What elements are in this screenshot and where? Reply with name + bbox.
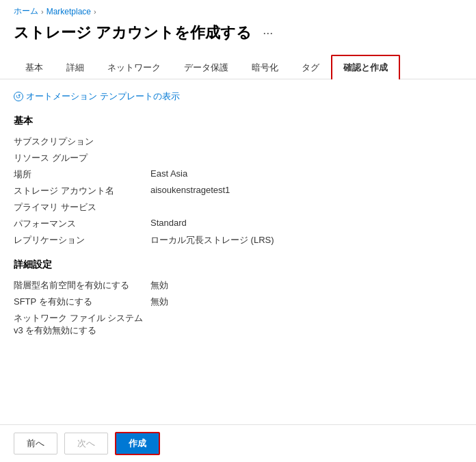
field-label-account-name: ストレージ アカウント名 <box>14 185 150 197</box>
field-label-sftp: SFTP を有効にする <box>14 296 150 308</box>
field-hierarchical-ns: 階層型名前空間を有効にする 無効 <box>14 279 462 292</box>
field-value-account-name: aisoukenstragetest1 <box>150 185 462 197</box>
field-nfs: ネットワーク ファイル システム v3 を有効無効にする <box>14 312 462 337</box>
field-label-resource-group: リソース グループ <box>14 152 150 164</box>
tabs-bar: 基本 詳細 ネットワーク データ保護 暗号化 タグ 確認と作成 <box>0 54 476 79</box>
field-value-resource-group <box>150 152 462 164</box>
field-label-replication: レプリケーション <box>14 234 150 246</box>
create-button[interactable]: 作成 <box>115 432 160 455</box>
breadcrumb-marketplace[interactable]: Marketplace <box>47 7 91 16</box>
breadcrumb: ホーム › Marketplace › <box>0 0 476 20</box>
field-label-nfs: ネットワーク ファイル システム v3 を有効無効にする <box>14 312 150 337</box>
field-value-sftp: 無効 <box>150 296 462 308</box>
page-title: ストレージ アカウントを作成する <box>14 23 252 43</box>
ellipsis-button[interactable]: ··· <box>259 25 277 42</box>
field-value-hierarchical-ns: 無効 <box>150 279 462 292</box>
advanced-section-title: 詳細設定 <box>14 259 462 271</box>
field-value-primary-service <box>150 201 462 214</box>
basics-section-title: 基本 <box>14 115 462 127</box>
field-resource-group: リソース グループ <box>14 152 462 164</box>
breadcrumb-sep1: › <box>41 8 44 16</box>
automation-label: オートメーション テンプレートの表示 <box>26 90 180 103</box>
field-label-location: 場所 <box>14 168 150 181</box>
field-account-name: ストレージ アカウント名 aisoukenstragetest1 <box>14 185 462 197</box>
tab-advanced[interactable]: 詳細 <box>55 55 96 79</box>
field-label-hierarchical-ns: 階層型名前空間を有効にする <box>14 279 150 292</box>
tab-data-protection[interactable]: データ保護 <box>172 55 240 79</box>
field-value-location: East Asia <box>150 168 462 181</box>
tab-networking[interactable]: ネットワーク <box>96 55 172 79</box>
prev-button[interactable]: 前へ <box>14 433 57 454</box>
field-location: 場所 East Asia <box>14 168 462 181</box>
field-performance: パフォーマンス Standard <box>14 218 462 230</box>
tab-review[interactable]: 確認と作成 <box>331 55 400 79</box>
field-label-subscription: サブスクリプション <box>14 136 150 148</box>
breadcrumb-home[interactable]: ホーム <box>14 5 38 17</box>
next-button: 次へ <box>64 433 108 454</box>
field-label-primary-service: プライマリ サービス <box>14 201 150 214</box>
field-value-nfs <box>150 312 462 337</box>
automation-icon: ↺ <box>14 92 23 101</box>
field-value-performance: Standard <box>150 218 462 230</box>
tab-encryption[interactable]: 暗号化 <box>240 55 290 79</box>
field-value-subscription <box>150 136 462 148</box>
main-content: ↺ オートメーション テンプレートの表示 基本 サブスクリプション リソース グ… <box>0 79 476 439</box>
automation-link[interactable]: ↺ オートメーション テンプレートの表示 <box>14 90 462 103</box>
field-subscription: サブスクリプション <box>14 136 462 148</box>
field-value-replication: ローカル冗長ストレージ (LRS) <box>150 234 462 246</box>
field-sftp: SFTP を有効にする 無効 <box>14 296 462 308</box>
breadcrumb-sep2: › <box>94 8 96 16</box>
tab-tags[interactable]: タグ <box>290 55 331 79</box>
field-label-performance: パフォーマンス <box>14 218 150 230</box>
tab-basics[interactable]: 基本 <box>14 55 55 79</box>
field-replication: レプリケーション ローカル冗長ストレージ (LRS) <box>14 234 462 246</box>
field-primary-service: プライマリ サービス <box>14 201 462 214</box>
footer: 前へ 次へ 作成 <box>0 424 476 462</box>
